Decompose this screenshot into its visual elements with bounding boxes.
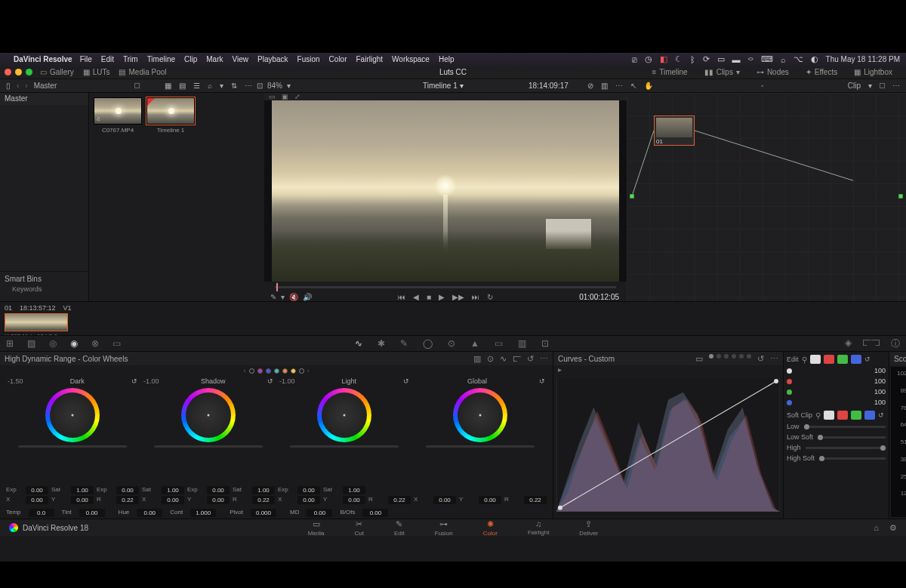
settings-button[interactable]: ⚙ — [889, 523, 897, 533]
lowsoft-slider[interactable] — [818, 436, 886, 439]
fit-icon[interactable]: ⊡ — [257, 82, 263, 90]
curves-icon[interactable]: ∿ — [355, 338, 362, 349]
strip-thumb[interactable] — [5, 313, 68, 331]
chevron-down-icon[interactable]: ▾ — [868, 82, 872, 90]
nodes-toggle[interactable]: ⊶Nodes — [757, 68, 789, 76]
wheel-reset-icon[interactable]: ⊙ — [487, 354, 494, 364]
pivot-val[interactable]: 0.000 — [251, 509, 276, 517]
sizing-icon[interactable]: ⊡ — [541, 338, 549, 349]
menu-file[interactable]: File — [80, 55, 92, 63]
mac-app-name[interactable]: DaVinci Resolve — [14, 55, 72, 63]
node-output[interactable] — [898, 194, 903, 199]
back-button[interactable]: ‹ — [17, 82, 19, 90]
chevron-down-icon[interactable]: ▾ — [220, 82, 223, 90]
zone-dot[interactable] — [274, 368, 279, 374]
tint-val[interactable]: 0.00 — [79, 509, 105, 517]
global-jog[interactable] — [426, 445, 535, 448]
chevron-down-icon[interactable]: ▾ — [460, 82, 464, 90]
still-album-icon[interactable]: ▯ — [6, 82, 11, 90]
color-viewer[interactable] — [264, 100, 627, 282]
keyframes-icon[interactable]: ◈ — [845, 337, 852, 350]
tab-media[interactable]: ▭Media — [308, 519, 325, 537]
chevron-down-icon[interactable]: ▾ — [287, 82, 291, 90]
zone-dot[interactable] — [291, 368, 296, 374]
reset-icon[interactable]: ↺ — [403, 377, 409, 385]
cont-val[interactable]: 1.000 — [190, 509, 216, 517]
reset-icon[interactable]: ↺ — [527, 354, 534, 364]
tab-color[interactable]: ✺Color — [483, 519, 498, 537]
volume-icon[interactable]: 🔊 — [303, 293, 312, 301]
window-traffic-lights[interactable] — [5, 69, 32, 75]
options-icon[interactable]: ⋯ — [245, 82, 252, 90]
spotlight-icon[interactable]: ⌕ — [781, 55, 786, 64]
expand-icon[interactable]: ⤢ — [294, 93, 300, 100]
smart-bins-label[interactable]: Smart Bins — [5, 275, 84, 283]
custom-icon[interactable]: ▭ — [695, 354, 703, 364]
notification-icon[interactable]: ◧ — [660, 54, 667, 64]
node-graph[interactable]: 01 — [627, 93, 906, 301]
keyboard-icon[interactable]: ⌨ — [761, 54, 773, 64]
reset-icon[interactable]: ↺ — [539, 377, 545, 385]
serial-node-01[interactable]: 01 — [654, 115, 695, 146]
temp-val[interactable]: 0.0 — [29, 509, 54, 517]
exp-val[interactable]: 0.00 — [26, 486, 48, 494]
battery-icon[interactable]: ▬ — [732, 55, 741, 64]
window-icon[interactable]: ◯ — [423, 338, 433, 349]
tracking-icon[interactable]: ⊙ — [448, 338, 455, 349]
mac-clock[interactable]: Thu May 18 11:28 PM — [826, 55, 900, 63]
menu-edit[interactable]: Edit — [101, 55, 114, 63]
viewer-mode-icon[interactable]: ▭ — [269, 93, 276, 100]
sidebar-header[interactable]: Master — [0, 93, 88, 105]
zone-dot[interactable] — [299, 368, 304, 374]
last-frame-button[interactable]: ⏭ — [472, 293, 479, 301]
r-intensity[interactable]: 100 — [874, 377, 886, 385]
y-intensity[interactable]: 100 — [874, 367, 886, 374]
high-slider[interactable] — [806, 447, 886, 449]
clips-toggle[interactable]: ▮▮Clips▾ — [704, 68, 740, 76]
tab-edit[interactable]: ✎Edit — [394, 519, 405, 537]
menu-timeline[interactable]: Timeline — [147, 55, 175, 63]
timeline-name[interactable]: Timeline 1 — [423, 82, 458, 90]
camera-raw-icon[interactable]: ⊞ — [6, 338, 14, 349]
list-view-icon[interactable]: ☰ — [193, 82, 200, 90]
menu-mark[interactable]: Mark — [206, 55, 223, 63]
clip-thumb-0[interactable]: ♫ C0767.MP4 — [94, 97, 142, 134]
r-channel-chip[interactable] — [824, 355, 834, 364]
light-range[interactable]: -1.00 — [279, 377, 295, 385]
prev-zone-icon[interactable]: ‹ — [244, 367, 246, 374]
sort-icon[interactable]: ⇅ — [231, 82, 237, 90]
node-color-icon[interactable] — [880, 83, 885, 88]
clip-dropdown[interactable]: Clip — [848, 82, 861, 90]
sat-val[interactable]: 1.00 — [71, 486, 94, 494]
b-intensity[interactable]: 100 — [874, 399, 886, 406]
light-jog[interactable] — [290, 445, 399, 448]
next-zone-icon[interactable]: › — [307, 367, 310, 374]
breadcrumb-master[interactable]: Master — [34, 82, 57, 90]
clock-icon[interactable]: ◷ — [645, 54, 652, 64]
info-icon[interactable]: ⓘ — [891, 337, 900, 350]
link-icon[interactable]: ⚲ — [802, 356, 807, 364]
tab-deliver[interactable]: ⇪Deliver — [579, 519, 598, 537]
grid-view-icon[interactable]: ▤ — [179, 82, 186, 90]
zone-dot[interactable] — [249, 368, 254, 374]
warper-icon[interactable]: ✱ — [378, 338, 385, 349]
eyedropper-icon[interactable]: ✎ — [270, 293, 276, 301]
source-timecode[interactable]: 18:14:09:17 — [528, 82, 569, 90]
hand-tool-icon[interactable]: ✋ — [644, 82, 653, 90]
close-window-icon[interactable] — [5, 69, 11, 75]
node-options-icon[interactable]: ⋯ — [892, 82, 900, 90]
wifi-icon[interactable]: ⌔ — [748, 55, 753, 64]
minimize-window-icon[interactable] — [15, 69, 22, 75]
moon-icon[interactable]: ☾ — [675, 54, 683, 64]
scrub-bar[interactable] — [275, 286, 616, 288]
md-val[interactable]: 0.00 — [307, 509, 332, 517]
menu-fairlight[interactable]: Fairlight — [356, 55, 384, 63]
stop-button[interactable]: ■ — [427, 293, 431, 301]
qualifier-icon[interactable]: ✎ — [400, 338, 408, 349]
scopes-icon[interactable]: ⫍⫎ — [862, 337, 880, 350]
blur-icon[interactable]: ▭ — [495, 338, 503, 349]
tab-fairlight[interactable]: ♫Fairlight — [528, 519, 549, 537]
tab-cut[interactable]: ✂Cut — [355, 519, 364, 537]
color-match-icon[interactable]: ▧ — [27, 338, 35, 349]
menu-view[interactable]: View — [233, 55, 249, 63]
